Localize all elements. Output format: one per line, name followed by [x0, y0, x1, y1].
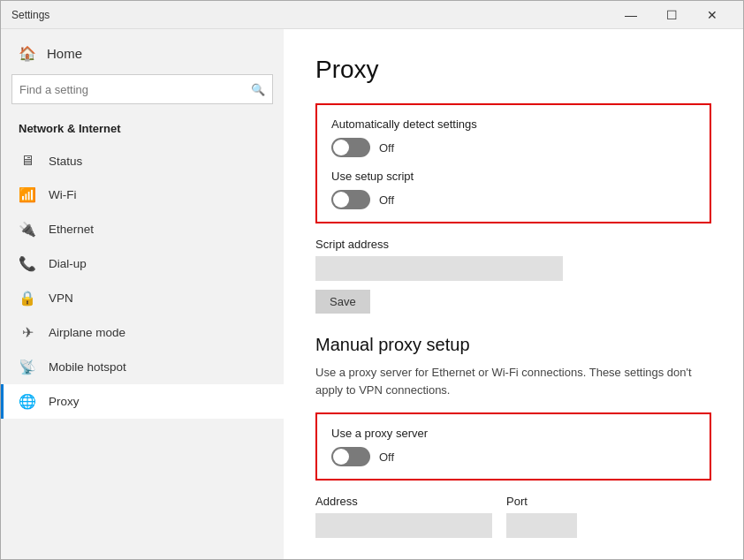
sidebar-item-wifi[interactable]: 📶 Wi-Fi	[1, 178, 284, 212]
address-label: Address	[315, 495, 492, 508]
sidebar-label-vpn: VPN	[49, 291, 73, 305]
sidebar-item-proxy[interactable]: 🌐 Proxy	[1, 384, 284, 419]
address-input[interactable]	[315, 513, 492, 538]
sidebar-item-ethernet[interactable]: 🔌 Ethernet	[1, 212, 284, 246]
sidebar-label-status: Status	[49, 155, 82, 168]
script-address-input[interactable]	[315, 256, 563, 281]
port-label: Port	[506, 495, 577, 508]
titlebar: Settings — ☐ ✕	[1, 1, 743, 29]
sidebar-item-status[interactable]: 🖥 Status	[1, 144, 284, 178]
search-box[interactable]: 🔍	[11, 74, 273, 104]
vpn-icon: 🔒	[19, 290, 36, 306]
search-icon: 🔍	[251, 83, 265, 96]
window-controls: — ☐ ✕	[611, 1, 733, 29]
script-address-label: Script address	[315, 238, 711, 251]
automatic-proxy-section: Automatically detect settings Off Use se…	[315, 103, 711, 223]
use-proxy-label: Use a proxy server	[331, 427, 695, 440]
sidebar-label-ethernet: Ethernet	[49, 223, 94, 236]
sidebar-label-wifi: Wi-Fi	[49, 188, 76, 201]
sidebar-item-hotspot[interactable]: 📡 Mobile hotspot	[1, 350, 284, 384]
use-proxy-section: Use a proxy server Off	[315, 412, 711, 481]
maximize-button[interactable]: ☐	[651, 1, 692, 29]
setup-script-label: Use setup script	[331, 170, 695, 183]
status-icon: 🖥	[19, 153, 36, 169]
use-proxy-state: Off	[379, 450, 394, 464]
use-proxy-row: Off	[331, 447, 695, 466]
sidebar-section-title: Network & Internet	[1, 118, 284, 144]
sidebar-item-airplane[interactable]: ✈ Airplane mode	[1, 315, 284, 350]
setup-script-row: Off	[331, 190, 695, 209]
proxy-icon: 🌐	[19, 393, 36, 410]
wifi-icon: 📶	[19, 186, 36, 203]
page-title: Proxy	[315, 56, 711, 84]
minimize-button[interactable]: —	[611, 1, 651, 29]
setup-script-state: Off	[379, 193, 394, 207]
close-button[interactable]: ✕	[692, 1, 733, 29]
sidebar-label-airplane: Airplane mode	[49, 326, 125, 339]
address-field: Address	[315, 495, 492, 538]
hotspot-icon: 📡	[19, 359, 36, 375]
setup-script-toggle[interactable]	[331, 190, 370, 209]
sidebar-item-dialup[interactable]: 📞 Dial-up	[1, 246, 284, 281]
use-proxy-toggle[interactable]	[331, 447, 370, 466]
manual-proxy-title: Manual proxy setup	[315, 335, 711, 355]
search-input[interactable]	[19, 83, 251, 96]
port-input[interactable]	[506, 513, 577, 538]
auto-detect-state: Off	[379, 141, 394, 155]
sidebar: 🏠 Home 🔍 Network & Internet 🖥 Status 📶 W…	[1, 29, 284, 559]
airplane-icon: ✈	[19, 324, 36, 341]
manual-proxy-desc: Use a proxy server for Ethernet or Wi-Fi…	[315, 364, 711, 398]
auto-detect-row: Off	[331, 138, 695, 157]
main-content: Proxy Automatically detect settings Off …	[284, 29, 743, 559]
sidebar-label-hotspot: Mobile hotspot	[49, 360, 126, 374]
sidebar-label-proxy: Proxy	[49, 395, 80, 408]
save-button[interactable]: Save	[315, 290, 370, 314]
sidebar-item-vpn[interactable]: 🔒 VPN	[1, 281, 284, 315]
auto-detect-toggle[interactable]	[331, 138, 370, 157]
address-port-row: Address Port	[315, 495, 711, 538]
sidebar-home[interactable]: 🏠 Home	[1, 29, 284, 74]
home-icon: 🏠	[19, 45, 36, 62]
port-field: Port	[506, 495, 577, 538]
dialup-icon: 📞	[19, 255, 36, 272]
sidebar-label-dialup: Dial-up	[49, 257, 87, 270]
ethernet-icon: 🔌	[19, 221, 36, 238]
auto-detect-label: Automatically detect settings	[331, 117, 695, 131]
app-title: Settings	[11, 9, 49, 21]
app-body: 🏠 Home 🔍 Network & Internet 🖥 Status 📶 W…	[1, 29, 743, 559]
home-label: Home	[47, 46, 82, 61]
